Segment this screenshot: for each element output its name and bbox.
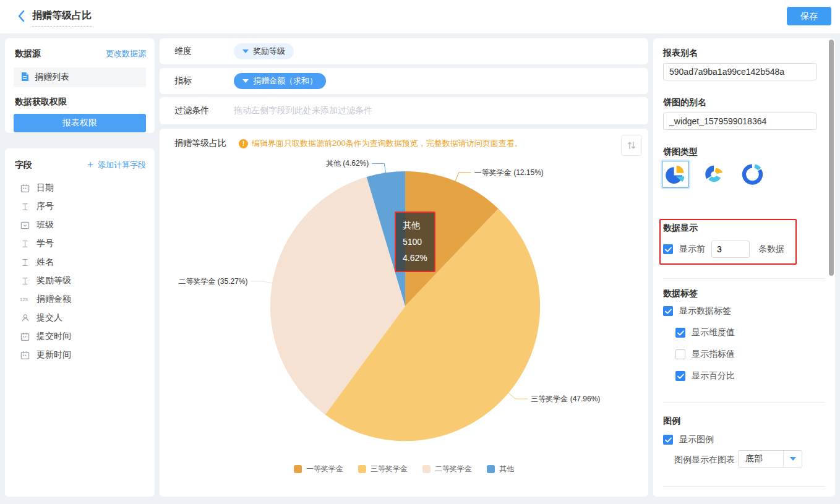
field-item[interactable]: 提交时间 <box>5 327 155 346</box>
field-item[interactable]: 更新时间 <box>5 346 155 364</box>
field-label: 奖励等级 <box>36 275 71 286</box>
pie-label-line <box>455 173 471 181</box>
datasource-panel: 数据源 更改数据源 捐赠列表 数据获取权限 报表权限 <box>5 38 155 133</box>
legend-item[interactable]: 其他 <box>487 464 514 474</box>
chevron-down-icon <box>242 49 249 53</box>
dimension-label: 维度 <box>160 46 234 57</box>
checkbox[interactable] <box>675 328 685 338</box>
divider <box>663 402 825 403</box>
show-legend-checkbox[interactable] <box>663 435 673 445</box>
field-item[interactable]: 123捐赠金额 <box>5 290 155 309</box>
svg-text:123: 123 <box>20 297 28 302</box>
chart-card: 捐赠等级占比 ! 编辑界面只取数据源前200条作为查询数据预览，完整数据请访问页… <box>160 129 648 497</box>
legend-label: 三等奖学金 <box>371 464 408 474</box>
fields-title: 字段 <box>15 160 32 171</box>
metric-label: 指标 <box>160 75 234 87</box>
field-label: 更新时间 <box>36 349 71 361</box>
pie-label: 一等奖学金 (12.15%) <box>474 168 544 177</box>
data-label-option-row: 显示指标值 <box>675 349 735 360</box>
chart-tooltip: 其他 5100 4.62% <box>395 211 435 272</box>
show-legend-label: 显示图例 <box>679 434 714 445</box>
checkbox[interactable] <box>675 349 685 359</box>
metric-row: 指标 捐赠金额（求和） <box>160 68 648 94</box>
select-field-icon <box>20 220 30 231</box>
tooltip-value: 5100 <box>403 234 427 250</box>
field-label: 提交人 <box>36 312 62 323</box>
divider <box>663 486 825 487</box>
pie-label-line <box>372 163 385 173</box>
dimension-row: 维度 奖励等级 <box>160 38 648 64</box>
field-label: 姓名 <box>36 257 54 268</box>
page-title: 捐赠等级占比 <box>32 9 92 27</box>
checkbox[interactable] <box>675 371 685 381</box>
legend-position-select[interactable]: 底部 <box>738 450 802 468</box>
text-field-icon <box>20 202 30 212</box>
data-label-option-row: 显示维度值 <box>675 327 735 338</box>
sort-button[interactable] <box>621 135 642 156</box>
field-label: 班级 <box>36 220 54 231</box>
scrollbar-thumb[interactable] <box>829 40 834 276</box>
form-document-icon <box>20 72 30 83</box>
show-top-n-row: 显示前 条数据 <box>663 241 784 258</box>
dimension-tag[interactable]: 奖励等级 <box>234 43 294 59</box>
checkbox-label: 显示指标值 <box>692 349 735 360</box>
add-calc-field-link[interactable]: ＋ 添加计算字段 <box>85 158 146 171</box>
field-list: 日期序号班级学号姓名奖励等级123捐赠金额提交人提交时间更新时间 <box>5 179 155 364</box>
chevron-down-icon <box>242 79 249 83</box>
legend-item[interactable]: 一等奖学金 <box>294 464 343 474</box>
legend-position-label: 图例显示在图表 <box>674 455 735 466</box>
change-datasource-link[interactable]: 更改数据源 <box>106 48 146 59</box>
pie-chart: 一等奖学金 (12.15%)三等奖学金 (47.96%)二等奖学金 (35.27… <box>160 158 648 449</box>
settings-panel: 报表别名 饼图的别名 饼图类型 数据显示 显示前 条数据 数据标签 显示数据标签… <box>653 38 835 497</box>
save-button[interactable]: 保存 <box>787 7 831 25</box>
legend-item[interactable]: 二等奖学金 <box>422 464 472 474</box>
pie-alias-input[interactable] <box>663 113 816 130</box>
show-top-n-suffix: 条数据 <box>758 244 784 255</box>
pie-rose-icon[interactable] <box>700 161 727 188</box>
report-permission-button[interactable]: 报表权限 <box>14 114 146 132</box>
checkbox-label: 显示数据标签 <box>679 305 731 317</box>
legend-swatch <box>422 465 431 473</box>
legend-swatch <box>294 465 302 473</box>
calendar-icon <box>20 183 30 194</box>
back-icon[interactable] <box>14 8 30 24</box>
field-item[interactable]: 奖励等级 <box>5 271 155 290</box>
field-item[interactable]: 学号 <box>5 234 155 253</box>
top-n-count-input[interactable] <box>711 241 750 258</box>
filter-row[interactable]: 过滤条件 拖动左侧字段到此处来添加过滤条件 <box>160 97 648 124</box>
number-icon: 123 <box>20 294 30 305</box>
legend-label: 一等奖学金 <box>306 464 343 474</box>
field-item[interactable]: 日期 <box>5 179 155 197</box>
checkbox[interactable] <box>663 306 673 316</box>
pie-alias-label: 饼图的别名 <box>663 97 706 108</box>
show-legend-row: 显示图例 <box>663 434 714 445</box>
pie-standard-icon[interactable] <box>662 161 689 188</box>
chart-legend: 一等奖学金三等奖学金二等奖学金其他 <box>160 464 648 474</box>
datasource-title: 数据源 <box>15 48 41 59</box>
calendar-icon <box>20 350 30 361</box>
report-alias-input[interactable] <box>663 63 816 80</box>
tooltip-name: 其他 <box>403 217 427 234</box>
calendar-icon <box>20 331 30 342</box>
field-label: 序号 <box>36 201 54 212</box>
preview-notice: 编辑界面只取数据源前200条作为查询数据预览，完整数据请访问页面查看。 <box>252 138 523 149</box>
pie-ring-icon[interactable] <box>739 161 766 188</box>
legend-item[interactable]: 三等奖学金 <box>358 464 408 474</box>
report-alias-label: 报表别名 <box>663 48 698 59</box>
field-item[interactable]: 班级 <box>5 216 155 234</box>
metric-tag[interactable]: 捐赠金额（求和） <box>234 73 326 89</box>
field-item[interactable]: 姓名 <box>5 253 155 271</box>
datasource-item[interactable]: 捐赠列表 <box>14 67 146 87</box>
permission-title: 数据获取权限 <box>5 96 155 108</box>
field-label: 日期 <box>36 182 54 194</box>
legend-section-title: 图例 <box>663 416 680 427</box>
legend-label: 其他 <box>499 464 514 474</box>
data-label-option-row: 显示百分比 <box>675 370 735 382</box>
chevron-down-icon <box>790 457 796 461</box>
field-item[interactable]: 提交人 <box>5 309 155 327</box>
field-item[interactable]: 序号 <box>5 197 155 216</box>
field-label: 捐赠金额 <box>36 294 71 305</box>
show-top-n-checkbox[interactable] <box>663 244 673 254</box>
show-top-n-prefix: 显示前 <box>679 244 705 255</box>
pie-label-line <box>508 393 528 399</box>
